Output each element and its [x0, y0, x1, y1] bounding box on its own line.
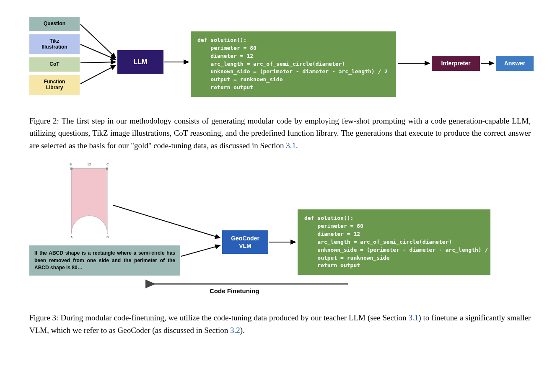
question-box: Question — [29, 17, 80, 31]
svg-line-2 — [80, 62, 116, 63]
caption-body: The first step in our methodology consis… — [29, 116, 531, 150]
llm-box: LLM — [117, 50, 163, 74]
section-link[interactable]: 3.1 — [286, 141, 296, 150]
geocoder-vlm-box: GeoCoder VLM — [222, 230, 268, 254]
cot-box: CoT — [29, 57, 80, 72]
caption-body-1: During modular code-finetuning, we utili… — [60, 313, 408, 322]
dim-12-label: 12 — [87, 162, 91, 166]
caption-suffix: ). — [240, 326, 245, 335]
question-text-box: If the ABCD shape is a rectangle where a… — [29, 245, 180, 276]
code-solution-box: def solution(): perimeter = 80 diameter … — [191, 31, 396, 97]
svg-line-10 — [181, 245, 220, 256]
vertex-c-label: C — [106, 162, 109, 166]
tikz-illustration-box: Tikz Illustration — [29, 34, 80, 54]
svg-line-1 — [80, 44, 116, 59]
caption-prefix: Figure 3: — [29, 313, 60, 322]
input-stack: Question Tikz Illustration CoT Function … — [29, 17, 80, 95]
section-link[interactable]: 3.1 — [409, 313, 419, 322]
section-link[interactable]: 3.2 — [230, 326, 240, 335]
code-finetuning-label: Code Finetuning — [210, 287, 259, 294]
svg-line-3 — [80, 65, 116, 84]
answer-box: Answer — [496, 56, 534, 71]
code-solution-box: def solution(): perimeter = 80 diameter … — [298, 209, 490, 275]
vertex-a-label: A — [70, 235, 73, 239]
geometry-shape: B 12 C A D — [67, 163, 111, 243]
svg-line-9 — [113, 205, 220, 238]
function-library-box: Function Library — [29, 75, 80, 95]
figure-3-caption: Figure 3: During modular code-finetuning… — [29, 312, 531, 336]
svg-line-0 — [80, 24, 116, 58]
svg-rect-7 — [70, 168, 73, 170]
svg-rect-8 — [106, 168, 108, 170]
figure-3-diagram: B 12 C A D If the ABCD shape is a rectan… — [29, 163, 531, 310]
interpreter-box: Interpreter — [432, 56, 480, 71]
figure-2-diagram: Question Tikz Illustration CoT Function … — [29, 17, 531, 113]
figure-2-caption: Figure 2: The first step in our methodol… — [29, 115, 531, 152]
caption-prefix: Figure 2: — [29, 116, 62, 125]
vertex-d-label: D — [106, 235, 109, 239]
caption-suffix: . — [296, 141, 298, 150]
vertex-b-label: B — [70, 162, 72, 166]
